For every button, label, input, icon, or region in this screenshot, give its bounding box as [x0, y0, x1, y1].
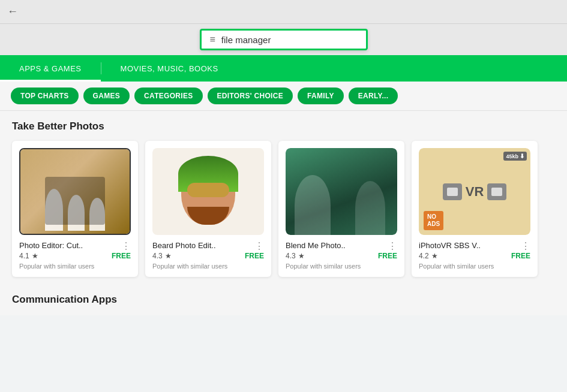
search-bar-wrapper: ≡ file manager	[0, 24, 567, 55]
pill-games[interactable]: GAMES	[83, 88, 130, 104]
nav-bar: APPS & GAMES MOVIES, MUSIC, BOOKS	[0, 55, 567, 82]
subtitle-photo-editor: Popular with similar users	[19, 263, 131, 270]
app-card-blend[interactable]: Blend Me Photo.. ⋮ 4.3 ★ FREE Popular wi…	[278, 141, 404, 277]
star-iphoto: ★	[431, 252, 438, 260]
app-name-beard: Beard Photo Edit..	[152, 241, 216, 250]
vr-card-left	[443, 183, 462, 200]
rating-blend: 4.3	[286, 252, 296, 260]
app-thumbnail-beard	[152, 148, 264, 235]
pill-editors-choice[interactable]: EDITORS' CHOICE	[208, 88, 293, 104]
browser-chrome: ←	[0, 0, 567, 24]
app-card-photo-editor[interactable]: Photo Editor: Cut.. ⋮ 4.1 ★ FREE Popular…	[12, 141, 138, 277]
app-thumbnail-photo-editor	[19, 148, 131, 235]
app-menu-beard[interactable]: ⋮	[254, 242, 264, 251]
search-text: file manager	[221, 35, 271, 45]
tab-movies-music[interactable]: MOVIES, MUSIC, BOOKS	[101, 55, 238, 82]
back-button[interactable]: ←	[7, 5, 18, 18]
search-bar[interactable]: ≡ file manager	[200, 29, 368, 50]
price-blend: FREE	[378, 252, 397, 260]
rating-iphoto: 4.2	[419, 252, 429, 260]
app-name-photo-editor: Photo Editor: Cut..	[19, 241, 83, 250]
subtitle-beard: Popular with similar users	[152, 263, 264, 270]
price-iphoto: FREE	[511, 252, 530, 260]
pill-family[interactable]: FAMILY	[298, 88, 344, 104]
menu-icon: ≡	[210, 34, 215, 45]
pill-categories[interactable]: CATEGORIES	[134, 88, 202, 104]
price-photo-editor: FREE	[112, 252, 131, 260]
subtitle-blend: Popular with similar users	[286, 263, 397, 270]
pills-container: TOP CHARTS GAMES CATEGORIES EDITORS' CHO…	[0, 82, 567, 111]
app-card-iphoto[interactable]: 45kb ⬇ VR NOADS	[412, 141, 538, 277]
size-badge: 45kb ⬇	[503, 152, 527, 161]
app-name-iphoto: iPhotoVR SBS V..	[419, 241, 481, 250]
subtitle-iphoto: Popular with similar users	[419, 263, 530, 270]
pill-early[interactable]: EARLY...	[349, 88, 398, 104]
rating-beard: 4.3	[152, 252, 163, 260]
star-blend: ★	[298, 252, 305, 260]
app-menu-iphoto[interactable]: ⋮	[521, 242, 530, 251]
section-title-photos: Take Better Photos	[12, 120, 555, 132]
price-beard: FREE	[245, 252, 264, 260]
app-menu-blend[interactable]: ⋮	[388, 242, 397, 251]
pill-top-charts[interactable]: TOP CHARTS	[11, 88, 79, 104]
star-beard: ★	[165, 252, 172, 260]
apps-row-photos: Photo Editor: Cut.. ⋮ 4.1 ★ FREE Popular…	[12, 141, 555, 277]
rating-photo-editor: 4.1	[19, 252, 29, 260]
no-ads-badge: NOADS	[424, 211, 443, 230]
app-thumbnail-iphoto: 45kb ⬇ VR NOADS	[419, 148, 530, 235]
vr-card-right	[487, 183, 506, 200]
tab-apps-games[interactable]: APPS & GAMES	[0, 55, 101, 82]
section-title-communication: Communication Apps	[12, 289, 555, 306]
vr-letter: VR	[466, 184, 484, 200]
star-photo-editor: ★	[32, 252, 38, 260]
main-content: Take Better Photos Photo Editor: Cut.. ⋮	[0, 111, 567, 315]
app-thumbnail-blend	[286, 148, 397, 235]
app-menu-photo-editor[interactable]: ⋮	[121, 242, 131, 251]
app-name-blend: Blend Me Photo..	[286, 241, 346, 250]
app-card-beard[interactable]: Beard Photo Edit.. ⋮ 4.3 ★ FREE Popular …	[145, 141, 271, 277]
